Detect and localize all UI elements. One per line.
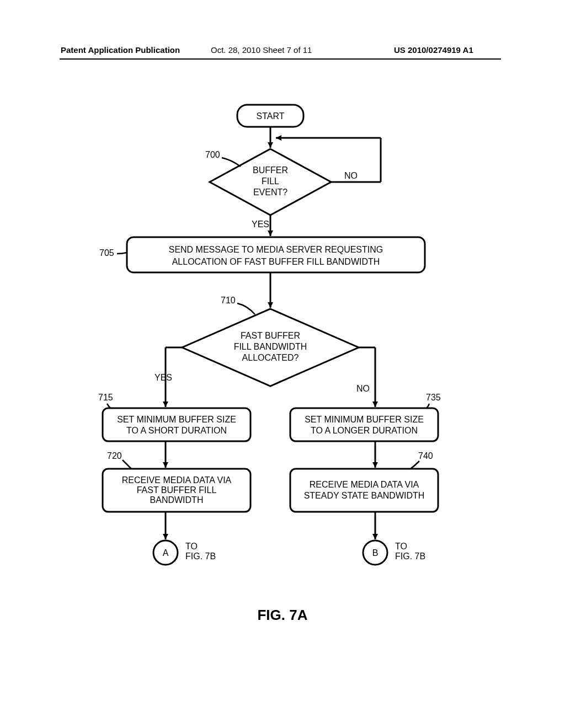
page-header: Patent Application Publication Oct. 28, … xyxy=(0,45,565,62)
d1-l3: EVENT? xyxy=(253,188,287,197)
header-left: Patent Application Publication xyxy=(61,45,180,55)
r1-l1: SET MINIMUM BUFFER SIZE xyxy=(305,415,424,424)
d1-l2: FILL xyxy=(262,176,279,186)
process-set-min-buffer-short: SET MINIMUM BUFFER SIZE TO A SHORT DURAT… xyxy=(103,408,250,441)
p1-l1: SEND MESSAGE TO MEDIA SERVER REQUESTING xyxy=(169,245,383,254)
l2-l2: FAST BUFFER FILL xyxy=(137,485,217,495)
svg-rect-12 xyxy=(290,408,438,441)
process-set-min-buffer-long: SET MINIMUM BUFFER SIZE TO A LONGER DURA… xyxy=(290,408,438,441)
l2-l1: RECEIVE MEDIA DATA VIA xyxy=(122,475,232,485)
header-mid: Oct. 28, 2010 Sheet 7 of 11 xyxy=(211,45,312,55)
decision-fast-buffer-allocated: FAST BUFFER FILL BANDWIDTH ALLOCATED? xyxy=(182,309,359,386)
l2-l3: BANDWIDTH xyxy=(150,495,204,505)
header-right: US 2010/0274919 A1 xyxy=(394,45,473,55)
ref-700: 700 xyxy=(205,150,220,159)
d2-l3: ALLOCATED? xyxy=(242,353,299,362)
ref-705: 705 xyxy=(99,248,114,258)
header-rule xyxy=(60,58,501,60)
svg-rect-5 xyxy=(127,237,425,272)
d2-l2: FILL BANDWIDTH xyxy=(234,342,307,351)
d2-l1: FAST BUFFER xyxy=(241,331,300,340)
start-label: START xyxy=(257,111,285,121)
toB-l2: FIG. 7B xyxy=(395,552,425,561)
connector-A: A xyxy=(153,540,178,565)
yes-label-1: YES xyxy=(252,220,269,229)
ref-710-tick xyxy=(237,303,255,314)
no-label-1: NO xyxy=(344,171,358,180)
l1-l1: SET MINIMUM BUFFER SIZE xyxy=(117,415,236,424)
toA-l2: FIG. 7B xyxy=(185,552,216,561)
svg-rect-11 xyxy=(103,408,250,441)
ref-710: 710 xyxy=(221,296,236,305)
flowchart: START BUFFER FILL EVENT? 700 NO xyxy=(0,83,565,634)
figure-title: FIG. 7A xyxy=(0,607,565,624)
ref-715: 715 xyxy=(98,393,113,402)
process-receive-steady-state: RECEIVE MEDIA DATA VIA STEADY STATE BAND… xyxy=(290,469,438,512)
ref-705-tick xyxy=(117,253,127,254)
r2-l2: STEADY STATE BANDWIDTH xyxy=(304,491,425,500)
r2-l1: RECEIVE MEDIA DATA VIA xyxy=(310,480,419,489)
r1-l2: TO A LONGER DURATION xyxy=(311,426,418,435)
process-send-message: SEND MESSAGE TO MEDIA SERVER REQUESTING … xyxy=(127,237,425,272)
edge-d2-yes: YES xyxy=(154,347,182,407)
ref-720-tick xyxy=(122,460,131,469)
ref-700-tick xyxy=(222,158,241,167)
svg-rect-14 xyxy=(290,469,438,512)
start-node: START xyxy=(237,105,303,127)
connector-B: B xyxy=(363,540,387,565)
process-receive-fast-buffer: RECEIVE MEDIA DATA VIA FAST BUFFER FILL … xyxy=(103,469,250,512)
ref-740: 740 xyxy=(418,451,433,461)
ref-740-tick xyxy=(411,461,419,469)
toB-l1: TO xyxy=(395,542,407,551)
ref-735: 735 xyxy=(426,393,441,402)
connB-label: B xyxy=(372,548,379,558)
yes-label-2: YES xyxy=(154,373,172,382)
l1-l2: TO A SHORT DURATION xyxy=(126,426,227,435)
connA-label: A xyxy=(163,548,169,558)
page: Patent Application Publication Oct. 28, … xyxy=(0,0,565,728)
no-label-2: NO xyxy=(356,384,370,393)
ref-720: 720 xyxy=(107,451,122,461)
edge-d2-no: NO xyxy=(356,347,375,407)
p1-l2: ALLOCATION OF FAST BUFFER FILL BANDWIDTH xyxy=(172,257,380,266)
d1-l1: BUFFER xyxy=(253,165,288,175)
toA-l1: TO xyxy=(185,542,198,551)
